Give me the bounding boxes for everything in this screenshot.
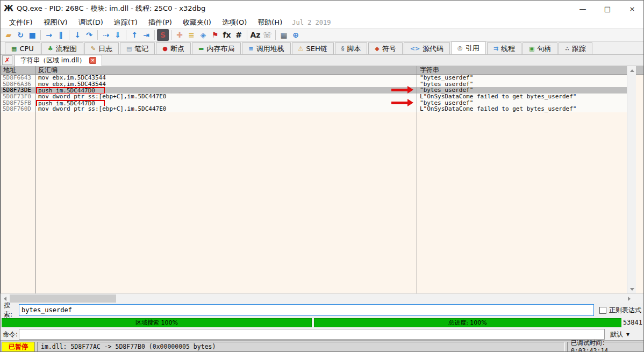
debug-time-label: 已调试时间: 0:03:43:14	[567, 342, 644, 352]
string-segment: L"OnSysDataCome failed to get	[420, 94, 527, 100]
scroll-down-icon[interactable]	[627, 285, 636, 293]
string-segment: L"OnSysDataCome failed to get	[420, 106, 527, 112]
tab-graph[interactable]: ♣流程图	[41, 42, 83, 54]
tab-label: 符号	[382, 44, 396, 54]
run-to-user-code-icon[interactable]: ⇥	[140, 29, 152, 41]
calculator-icon[interactable]: ▦	[278, 29, 290, 41]
disasm-cell: mov ebx,im.5DC43544	[35, 81, 417, 88]
stop-icon[interactable]: ■	[26, 29, 38, 41]
column-header-1[interactable]: 反汇编	[38, 66, 58, 75]
minimize-button[interactable]: —	[570, 1, 595, 17]
command-input[interactable]	[19, 329, 605, 340]
hash-icon[interactable]: #	[233, 29, 245, 41]
patch-icon[interactable]: ✚	[174, 29, 185, 41]
table-row[interactable]: 5D8F760Dmov dword ptr ss:[ebp+C],im.5DC4…	[1, 106, 636, 112]
close-all-tabs-button[interactable]: ✗	[2, 55, 12, 65]
status-bar: 已暂停 im.dll: 5D8F77AC -> 5D8F77B0 (0x0000…	[1, 340, 644, 352]
subtab-strings-region[interactable]: 字符串（区域 im.dll） ×	[15, 55, 102, 66]
column-header-0[interactable]: 地址	[3, 66, 16, 75]
tab-call-stack[interactable]: ≡调用堆栈	[242, 42, 290, 54]
handles-icon: ▣	[529, 45, 534, 52]
horizontal-scrollbar[interactable]	[1, 293, 644, 303]
toolbar: ▰↻■→∥↓↷⇢⇓↑⇥S✚≡◈⚑fx#Az☏▦⊕	[1, 28, 644, 42]
ascii-table-icon[interactable]: Az	[249, 29, 261, 41]
maximize-button[interactable]: □	[595, 1, 620, 17]
menu-item-5[interactable]: 收藏夹(I)	[177, 17, 217, 27]
tab-log[interactable]: ✎日志	[84, 42, 119, 54]
label-icon[interactable]: ◈	[197, 29, 209, 41]
restart-icon[interactable]: ↻	[15, 29, 26, 41]
string-cell: "bytes_userdef"	[417, 81, 636, 88]
tab-references[interactable]: ◎引用	[451, 41, 486, 54]
tab-threads[interactable]: ⇉线程	[487, 42, 521, 54]
tab-script[interactable]: §脚本	[335, 42, 368, 54]
disasm-cell: push im.5DC447D0	[35, 100, 417, 106]
total-progress-label: 总进度: 100%	[448, 319, 487, 327]
memory-map-icon: ▬	[198, 45, 204, 52]
step-into-icon[interactable]: ↓	[71, 29, 83, 41]
address-cell: 5D8F6A36	[1, 81, 35, 88]
underlined-string-segment: bytes_userdef	[424, 81, 470, 88]
region-search-progressbar: 区域搜索 100%	[2, 318, 312, 327]
subtab-close-icon[interactable]: ×	[89, 57, 96, 64]
regex-checkbox[interactable]	[599, 307, 606, 314]
table-row[interactable]: 5D8F6643mov ebx,im.5DC43544"bytes_userde…	[1, 75, 636, 81]
string-segment: "	[420, 81, 424, 88]
tab-source[interactable]: <>源代码	[404, 42, 450, 54]
build-date-label: Jul 2 2019	[292, 19, 331, 26]
underlined-string-segment: bytes_userdef	[424, 100, 470, 106]
address-cell: 5D8F75FB	[1, 100, 35, 106]
tab-breakpoints[interactable]: ●断点	[156, 42, 191, 54]
menu-item-2[interactable]: 调试(D)	[73, 17, 109, 27]
tab-seh[interactable]: ⚠SEH链	[292, 42, 334, 54]
string-cell: "bytes_userdef"	[417, 100, 636, 106]
run-icon[interactable]: →	[43, 29, 55, 41]
column-separator	[35, 66, 36, 293]
bookmark-icon[interactable]: ⚑	[209, 29, 221, 41]
script-icon: §	[341, 45, 345, 52]
tab-handles[interactable]: ▣句柄	[523, 42, 557, 54]
menu-item-7[interactable]: 帮助(H)	[252, 17, 288, 27]
symbols-icon: ◆	[375, 45, 379, 52]
title-bar: Ж QQ.exe - PID: 268C - 模块: im.dll - 线程: …	[1, 1, 644, 17]
step-over-icon[interactable]: ↷	[83, 29, 95, 41]
trace-into-icon[interactable]: ⇢	[100, 29, 112, 41]
column-header-2[interactable]: 字符串	[420, 66, 439, 75]
menu-item-1[interactable]: 视图(V)	[38, 17, 73, 27]
table-row[interactable]: 5D8F73DEpush im.5DC447D0"bytes_userdef"	[1, 87, 636, 94]
toolbar-separator	[154, 30, 155, 40]
pause-icon[interactable]: ∥	[55, 29, 67, 41]
execute-till-return-icon[interactable]: ↑	[128, 29, 140, 41]
trace-record-icon[interactable]: S	[157, 29, 169, 41]
tab-notes[interactable]: ▤笔记	[120, 42, 155, 54]
search-input[interactable]	[19, 304, 594, 316]
tab-memory-map[interactable]: ▬内存布局	[192, 42, 241, 54]
address-cell: 5D8F6643	[1, 75, 35, 81]
address-cell: 5D8F760D	[1, 106, 35, 112]
scroll-right-icon[interactable]	[625, 294, 634, 303]
menu-item-6[interactable]: 选项(O)	[217, 17, 252, 27]
scroll-up-icon[interactable]	[627, 66, 636, 75]
disasm-cell: mov dword ptr ss:[ebp+C],im.5DC447E0	[35, 106, 417, 112]
menu-item-4[interactable]: 插件(P)	[143, 17, 177, 27]
table-row[interactable]: 5D8F75FBpush im.5DC447D0"bytes_userdef"	[1, 100, 636, 106]
comment-icon[interactable]: ≡	[185, 29, 197, 41]
open-file-icon[interactable]: ▰	[3, 29, 15, 41]
tab-symbols[interactable]: ◆符号	[368, 42, 402, 54]
trace-over-icon[interactable]: ⇓	[112, 29, 124, 41]
menu-item-3[interactable]: 追踪(T)	[109, 17, 143, 27]
function-icon[interactable]: fx	[221, 29, 233, 41]
tab-cpu[interactable]: ▦CPU	[5, 42, 40, 54]
vertical-scrollbar[interactable]	[627, 66, 636, 293]
underlined-string-segment: bytes_userdef	[424, 75, 470, 81]
result-count: 53841	[623, 319, 642, 326]
menu-item-0[interactable]: 文件(F)	[4, 17, 38, 27]
table-row[interactable]: 5D8F73F0mov dword ptr ss:[ebp+C],im.5DC4…	[1, 94, 636, 100]
profile-dropdown[interactable]: 默认 ▾	[608, 329, 632, 340]
tab-trace[interactable]: ∴跟踪	[559, 42, 592, 54]
help-globe-icon[interactable]: ⊕	[290, 29, 302, 41]
table-row[interactable]: 5D8F6A36mov ebx,im.5DC43544"bytes_userde…	[1, 81, 636, 88]
close-button[interactable]: ×	[620, 1, 644, 17]
attach-icon[interactable]: ☏	[261, 29, 273, 41]
horizontal-scroll-thumb[interactable]	[10, 294, 116, 303]
